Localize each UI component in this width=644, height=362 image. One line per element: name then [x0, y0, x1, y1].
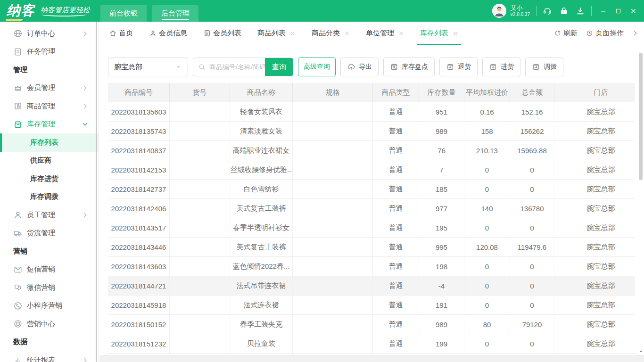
caret-down-icon	[175, 64, 182, 70]
table-cell: 普通	[373, 180, 419, 199]
sidebar-scrollbar[interactable]	[96, 22, 97, 362]
tabbar-action-page-operations[interactable]: 页面操作	[586, 29, 624, 38]
sidebar-subitem-stock-in[interactable]: 库存进货	[0, 170, 99, 188]
sidebar-item-label: 订单中心	[27, 29, 55, 38]
scroll-down-arrow[interactable]	[638, 348, 644, 354]
minimize-button[interactable]	[598, 6, 608, 16]
sidebar-subitem-suppliers[interactable]: 供应商	[0, 152, 99, 170]
search-button[interactable]: 查询	[265, 58, 293, 76]
tabbar-action-refresh[interactable]: 刷新	[554, 29, 578, 38]
button-label: 库存盘点	[402, 63, 428, 71]
table-cell: 普通	[373, 257, 419, 276]
sidebar-subitem-inventory-list[interactable]: 库存列表	[0, 133, 99, 152]
tab-member-info[interactable]: 会员信息	[149, 22, 187, 45]
table-row[interactable]: 20220318143603蓝色倾情2022春...普通19800腕宝总部	[108, 257, 635, 276]
sidebar-item-sms-marketing[interactable]: 短信营销	[0, 261, 99, 279]
chevron-right-icon[interactable]	[632, 30, 638, 36]
sidebar-subitem-stock-transfer[interactable]: 库存调拨	[0, 188, 99, 206]
table-cell: 195	[419, 218, 464, 238]
nav-backend-management[interactable]: 后台管理	[152, 5, 198, 22]
table-cell: 普通	[373, 199, 419, 218]
table-row[interactable]: 20220318144721法式吊带连衣裙普通-400腕宝总部	[108, 276, 635, 296]
table-row[interactable]: 20220318142406美式复古工装裤普通977140136780腕宝总部	[108, 199, 635, 218]
table-cell: 腕宝总部	[554, 102, 636, 122]
close-icon[interactable]	[344, 31, 350, 36]
sidebar-item-wechat-marketing[interactable]: 微信营销	[0, 279, 99, 297]
transfer-icon	[532, 63, 540, 71]
wechat-icon	[13, 283, 23, 292]
table-row[interactable]: 20220318142737白色雪纺衫普通18500腕宝总部	[108, 180, 635, 199]
sidebar-item-inventory-management[interactable]: 库存管理	[0, 115, 99, 134]
table-cell	[293, 238, 373, 257]
table-cell: 15969.88	[510, 141, 554, 160]
table-cell: 0	[464, 296, 510, 315]
table-row[interactable]: 20220318140837高端职业连衣裙女普通76210.1315969.88…	[108, 141, 635, 160]
table-row[interactable]: 20220318142153丝绒收腰修身优雅...普通700腕宝总部	[108, 160, 635, 180]
stocktake-button[interactable]: 库存盘点	[383, 58, 435, 76]
tab-member-list[interactable]: 会员列表	[203, 22, 241, 45]
table-cell: 0	[464, 334, 510, 354]
close-icon[interactable]	[453, 31, 458, 36]
sidebar-item-label: 短信营销	[27, 265, 55, 274]
tab-goods-list[interactable]: 商品列表	[257, 22, 296, 45]
sidebar-item-member-management[interactable]: 会员管理	[0, 79, 99, 98]
table-row[interactable]: 20220318145918法式连衣裙普通19100腕宝总部	[108, 296, 635, 315]
table-cell	[170, 315, 230, 334]
table-cell: 普通	[373, 276, 419, 296]
sidebar-item-staff-management[interactable]: 员工管理	[0, 206, 99, 224]
table-row[interactable]: 20220318150152春季工装夹克普通9898079120腕宝总部	[108, 315, 635, 334]
transfer-button[interactable]: 调拨	[525, 58, 563, 76]
sidebar-item-order-center[interactable]: 订单中心	[0, 25, 99, 43]
table-cell: 普通	[373, 296, 419, 315]
tab-unit-management[interactable]: 单位管理	[366, 22, 404, 45]
open-tabs: 首页会员信息会员列表商品列表商品分类单位管理库存列表	[109, 22, 474, 45]
avatar[interactable]	[492, 4, 506, 18]
sidebar-item-label: 任务管理	[27, 47, 55, 56]
sidebar-item-marketing-center[interactable]: 营销中心	[0, 315, 99, 333]
refresh-icon	[554, 30, 561, 37]
download-icon[interactable]	[576, 6, 585, 16]
sidebar-subitem-label: 供应商	[30, 156, 51, 165]
page-ops-icon	[586, 30, 593, 37]
sidebar-item-goods-management[interactable]: 商品管理	[0, 97, 99, 115]
sidebar-item-statistics-report[interactable]: 统计报表	[0, 351, 99, 362]
sidebar-subitem-label: 库存调拨	[30, 192, 58, 201]
table-cell: 20220318143603	[108, 257, 170, 276]
lock-icon[interactable]	[559, 6, 569, 16]
close-icon[interactable]	[290, 31, 296, 36]
table-row[interactable]: 20220318151232贝拉童装普通19900腕宝总部	[108, 334, 635, 354]
store-select[interactable]: 腕宝总部	[108, 58, 188, 76]
nav-front-cashier[interactable]: 前台收银	[100, 5, 147, 22]
table-row[interactable]: 20220318135603轻奢女装风衣普通9510.16152.16腕宝总部	[108, 102, 635, 122]
table-row[interactable]: 20220318135743清素淡雅女装普通989158156262腕宝总部	[108, 122, 635, 141]
table-row[interactable]: 20220318143517春季半透明衬衫女普通19500腕宝总部	[108, 218, 635, 238]
advanced-search-button[interactable]: 高级查询	[298, 58, 336, 76]
purchase-button[interactable]: 进货	[482, 58, 520, 76]
table-cell: 20220318144721	[108, 276, 170, 296]
content-scrollbar-thumb[interactable]	[639, 53, 643, 180]
tab-goods-category[interactable]: 商品分类	[312, 22, 350, 45]
tab-label: 会员列表	[213, 29, 241, 38]
customer-service-icon[interactable]	[543, 6, 552, 16]
top-header: 纳客 纳客管店更轻松 前台收银后台管理 艾小 v2.0.0.37	[0, 0, 644, 22]
table-cell: 199	[419, 334, 464, 354]
table-cell: 普通	[373, 315, 419, 334]
table-row[interactable]: 20220318143446美式复古工装裤普通995120.08119479.6…	[108, 238, 635, 257]
close-button[interactable]	[628, 6, 638, 16]
sidebar-item-miniprogram-marketing[interactable]: 小程序营销	[0, 297, 99, 315]
return-button[interactable]: 退货	[439, 58, 478, 76]
close-icon[interactable]	[398, 31, 404, 36]
table-cell: 152.16	[510, 102, 554, 122]
maximize-button[interactable]	[613, 6, 623, 16]
export-button[interactable]: 导出	[340, 58, 379, 76]
tab-home[interactable]: 首页	[109, 22, 133, 45]
table-cell: 198	[419, 257, 464, 276]
header-right: 艾小 v2.0.0.37	[492, 4, 638, 18]
tab-inventory-list[interactable]: 库存列表	[420, 22, 458, 45]
goods-icon	[13, 101, 23, 111]
sidebar-item-task-management[interactable]: 任务管理	[0, 43, 99, 61]
return-icon	[446, 63, 454, 71]
sidebar-item-logistics-management[interactable]: 货流管理	[0, 224, 99, 243]
sidebar-item-label: 货流管理	[27, 229, 55, 238]
user-meta[interactable]: 艾小 v2.0.0.37	[511, 5, 530, 17]
